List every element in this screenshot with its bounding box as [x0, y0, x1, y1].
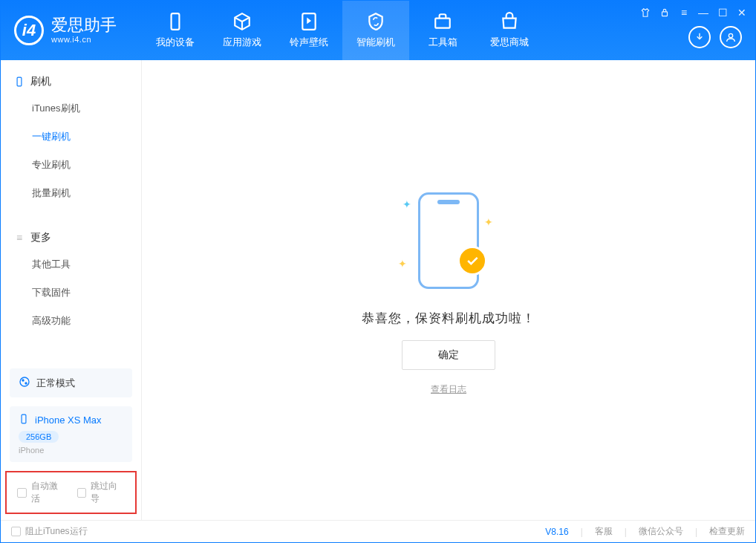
refresh-icon [366, 12, 385, 31]
device-info[interactable]: iPhone XS Max 256GB iPhone [10, 406, 132, 462]
checkbox-icon [17, 488, 27, 498]
nav-label: 应用游戏 [223, 36, 261, 49]
sidebar-item-other-tools[interactable]: 其他工具 [1, 250, 141, 279]
shirt-icon[interactable] [639, 7, 651, 19]
list-icon: ≡ [14, 233, 25, 243]
window-controls: ≡ — ☐ ✕ [639, 7, 748, 19]
section-title: 刷机 [30, 75, 51, 88]
svg-rect-0 [172, 13, 180, 30]
nav-flash[interactable]: 智能刷机 [342, 1, 409, 60]
music-icon [299, 12, 319, 31]
device-icon [166, 12, 185, 31]
svg-rect-9 [22, 414, 26, 423]
checkbox-label: 自动激活 [31, 480, 65, 505]
nav-label: 铃声壁纸 [290, 36, 328, 49]
sparkle-icon: ✦ [398, 258, 407, 270]
device-name: iPhone XS Max [35, 414, 102, 426]
logo-icon: i4 [14, 16, 44, 45]
minimize-icon[interactable]: — [697, 7, 709, 19]
toolbox-icon [433, 12, 452, 31]
device-mode-status[interactable]: 正常模式 [10, 368, 132, 397]
footer-support[interactable]: 客服 [595, 525, 613, 538]
nav-label: 工具箱 [428, 36, 457, 49]
nav-my-device[interactable]: 我的设备 [142, 1, 209, 60]
maximize-icon[interactable]: ☐ [717, 7, 729, 19]
user-button[interactable] [720, 26, 742, 48]
sidebar-section-more: ≡ 更多 [1, 225, 141, 250]
nav-apps[interactable]: 应用游戏 [209, 1, 276, 60]
checkbox-auto-activate[interactable]: 自动激活 [17, 480, 65, 505]
phone-icon [14, 77, 25, 87]
device-phone-icon [19, 414, 29, 426]
footer-wechat[interactable]: 微信公众号 [639, 525, 683, 538]
lock-icon[interactable] [659, 7, 671, 19]
header-actions [688, 26, 742, 48]
svg-point-6 [20, 377, 29, 386]
app-header: i4 爱思助手 www.i4.cn 我的设备 应用游戏 铃声壁纸 智能刷机 工具… [1, 1, 755, 60]
nav-ringtones[interactable]: 铃声壁纸 [276, 1, 342, 60]
svg-point-7 [22, 379, 24, 381]
sidebar-item-itunes-flash[interactable]: iTunes刷机 [1, 94, 141, 123]
svg-point-4 [729, 33, 732, 37]
status-label: 正常模式 [36, 377, 75, 390]
download-button[interactable] [688, 26, 711, 48]
highlighted-checkbox-row: 自动激活 跳过向导 [5, 471, 137, 514]
device-type: iPhone [19, 446, 123, 455]
nav-label: 爱思商城 [490, 36, 529, 49]
version-label[interactable]: V8.16 [545, 527, 568, 537]
section-title: 更多 [30, 231, 51, 244]
checkbox-skip-guide[interactable]: 跳过向导 [77, 480, 126, 505]
nav-label: 智能刷机 [356, 36, 395, 49]
main-content: ✦ ✦ ✦ 恭喜您，保资料刷机成功啦！ 确定 查看日志 [142, 60, 755, 520]
nav-label: 我的设备 [156, 36, 195, 49]
store-icon [500, 12, 519, 31]
footer: 阻止iTunes运行 V8.16 | 客服 | 微信公众号 | 检查更新 [1, 520, 755, 542]
sidebar-section-flash: 刷机 [1, 69, 141, 94]
sidebar-item-oneclick-flash[interactable]: 一键刷机 [1, 123, 141, 151]
checkbox-label: 阻止iTunes运行 [25, 525, 88, 538]
svg-rect-2 [435, 19, 450, 28]
sidebar-item-download-firmware[interactable]: 下载固件 [1, 279, 141, 307]
checkbox-label: 跳过向导 [91, 480, 125, 505]
svg-rect-3 [662, 12, 668, 16]
device-storage-badge: 256GB [19, 431, 59, 443]
sparkle-icon: ✦ [484, 216, 493, 228]
app-title: 爱思助手 [51, 17, 117, 33]
svg-point-8 [25, 382, 27, 384]
logo-area: i4 爱思助手 www.i4.cn [1, 16, 142, 45]
status-icon [19, 376, 30, 390]
checkbox-icon [77, 488, 87, 498]
close-icon[interactable]: ✕ [736, 7, 748, 19]
nav-toolbox[interactable]: 工具箱 [409, 1, 476, 60]
success-check-icon [457, 246, 487, 276]
success-message: 恭喜您，保资料刷机成功啦！ [362, 310, 535, 327]
svg-rect-5 [17, 77, 22, 86]
cube-icon [232, 12, 252, 31]
checkbox-block-itunes[interactable]: 阻止iTunes运行 [11, 525, 88, 538]
sidebar-item-pro-flash[interactable]: 专业刷机 [1, 151, 141, 179]
menu-icon[interactable]: ≡ [678, 7, 690, 19]
sidebar-item-advanced[interactable]: 高级功能 [1, 307, 141, 335]
app-subtitle: www.i4.cn [51, 35, 117, 44]
success-illustration: ✦ ✦ ✦ [382, 185, 515, 296]
sidebar: 刷机 iTunes刷机 一键刷机 专业刷机 批量刷机 ≡ 更多 其他工具 下载固… [1, 60, 142, 520]
footer-check-update[interactable]: 检查更新 [709, 525, 745, 538]
nav-store[interactable]: 爱思商城 [476, 1, 543, 60]
sidebar-item-batch-flash[interactable]: 批量刷机 [1, 179, 141, 207]
sparkle-icon: ✦ [403, 198, 411, 210]
ok-button[interactable]: 确定 [402, 340, 495, 370]
main-nav: 我的设备 应用游戏 铃声壁纸 智能刷机 工具箱 爱思商城 [142, 1, 543, 60]
view-log-link[interactable]: 查看日志 [431, 383, 466, 396]
checkbox-icon [11, 527, 21, 536]
